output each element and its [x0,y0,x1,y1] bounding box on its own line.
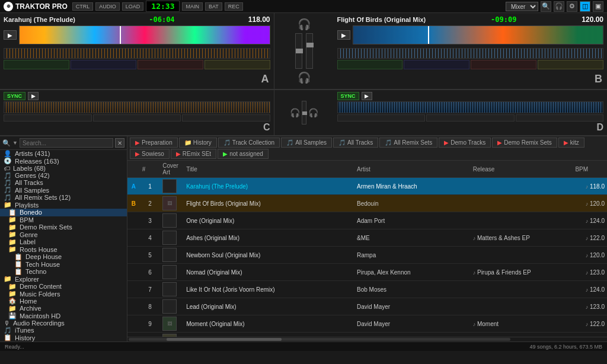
col-header-release[interactable]: Release [471,161,573,178]
view-icon-btn[interactable]: ◫ [580,1,590,12]
audio-button[interactable]: AUDIO [95,2,120,11]
track-table-container[interactable]: # Cover Art Title Artist Release BPM A 1… [127,161,607,337]
sidebar-item-artists[interactable]: 👤 Artists (431) [0,150,127,157]
rec-button[interactable]: REC [225,2,243,11]
row-number: 9 [140,315,161,333]
col-header-bpm[interactable]: BPM [573,161,607,178]
row-release [471,212,573,229]
sidebar-label-artists: Artists (431) [15,150,50,157]
row-title: Nomad (Original Mix) [184,264,354,281]
table-row[interactable]: A 1 Karahunj (The Prelude) Armen Miran &… [127,178,607,195]
tab-track-collection[interactable]: 🎵 Track Collection [218,138,280,148]
sidebar-item-itunes[interactable]: 🎵 iTunes [0,327,127,334]
sidebar-item-label[interactable]: 📁 Label [0,238,127,245]
sidebar-item-techno[interactable]: 📋 Techno [0,268,127,275]
sidebar-item-playlists[interactable]: 📁 Playlists [0,202,127,209]
sidebar-item-deep-house[interactable]: 📋 Deep House [0,253,127,260]
sidebar-item-all-remix-sets[interactable]: 🎵 All Remix Sets (12) [0,194,127,201]
layout-icon-btn[interactable]: ▣ [593,1,603,12]
mixer-select[interactable]: Mixer [506,2,538,11]
table-row[interactable]: 6 Nomad (Original Mix) Pirupa, Alex Kenn… [127,264,607,281]
sidebar-close-btn[interactable]: ✕ [115,138,124,148]
search-icon-btn[interactable]: 🔍 [541,1,551,12]
deck-b-waveform[interactable] [353,25,604,44]
deck-d-play[interactable]: ▶ [362,92,372,100]
load-button[interactable]: LOAD [122,2,144,11]
row-number: 1 [140,178,161,195]
deck-b-play[interactable]: ▶ [337,30,350,40]
table-row[interactable]: 9 🖼 Moment (Original Mix) David Mayer ♪ … [127,315,607,333]
col-header-num[interactable]: # [140,161,161,178]
tab-all-tracks[interactable]: 🎵 All Tracks [333,138,378,148]
sidebar-item-tech-house[interactable]: 📋 Tech House [0,260,127,267]
tab-sowieso[interactable]: ▶ Sowieso [130,149,170,159]
row-cover-art [160,247,184,264]
deck-c-play[interactable]: ▶ [28,92,39,100]
mini-headphone-right[interactable]: 🎧 [308,108,318,117]
col-header-title[interactable]: Title [184,161,354,178]
mini-headphone-left[interactable]: 🎧 [290,108,300,117]
table-row[interactable]: 3 One (Original Mix) Adam Port ♪ 124.0 [127,212,607,229]
deck-d-sync[interactable]: SYNC [337,92,359,100]
sidebar-item-audio-recordings[interactable]: 🎙 Audio Recordings [0,320,127,327]
table-row[interactable]: 7 Like It Or Not (Joris Voorn Remix) Bob… [127,281,607,298]
tab-remix-set[interactable]: ▶ REmix SEt [171,149,216,159]
crossfader[interactable] [302,101,306,124]
sidebar-label-labels: Labels (68) [13,165,46,172]
deck-d-waveform[interactable] [337,101,604,113]
table-row[interactable]: 5 Newborn Soul (Original Mix) Rampa ♪ 12… [127,247,607,264]
main-button[interactable]: MAIN [182,2,203,11]
settings-icon-btn[interactable]: ⚙ [567,1,577,12]
headphone-right[interactable]: 🎧 [298,71,311,84]
tab-preparation[interactable]: ▶ Preparation [130,138,178,148]
sidebar-item-all-tracks[interactable]: 🎵 All Tracks [0,179,127,186]
tab-history[interactable]: 📁 History [179,138,217,148]
sidebar-item-macintosh-hd[interactable]: 💾 Macintosh HD [0,312,127,320]
headphone-left[interactable]: 🎧 [298,18,311,31]
search-input[interactable] [20,138,113,148]
bat-button[interactable]: BAT [205,2,222,11]
sidebar-item-archive[interactable]: 📁 Archive [0,305,127,312]
sidebar-item-bonedo[interactable]: 📋 Bonedo [0,209,127,216]
tab-not-assigned[interactable]: ▶ not assigned [218,149,269,159]
tab-all-remix-sets[interactable]: 🎵 All Remix Sets [379,138,437,148]
genres-icon: 🎵 [4,172,12,179]
horizontal-scrollbar[interactable] [127,337,607,341]
sidebar-item-home[interactable]: 🏠 Home [0,298,127,305]
col-header-artist[interactable]: Artist [354,161,471,178]
fader-left[interactable] [295,33,302,69]
all-tracks-icon: 🎵 [4,179,12,186]
sidebar-item-music-folders[interactable]: 📁 Music Folders [0,290,127,297]
headphone-icon-btn[interactable]: 🎧 [554,1,564,12]
table-row[interactable]: 4 Ashes (Original Mix) &ME ♪ Matters & A… [127,229,607,247]
deck-a-waveform[interactable] [19,25,270,44]
table-row[interactable]: B 2 🖼 Flight Of Birds (Original Mix) Bed… [127,195,607,212]
demo-remix-tab-icon: ▶ [497,139,502,146]
ctrl-button[interactable]: CTRL [72,2,94,11]
deck-a-letter: A [261,73,269,85]
sidebar-item-releases[interactable]: 💿 Releases (163) [0,157,127,164]
sidebar-item-explorer[interactable]: 📁 Explorer [0,275,127,282]
sidebar-item-all-samples[interactable]: 🎵 All Samples [0,187,127,194]
sidebar-item-genre[interactable]: 📁 Genre [0,231,127,238]
releases-icon: 💿 [4,157,12,164]
deck-c-sync[interactable]: SYNC [4,92,25,100]
deck-b: Flight Of Birds (Original Mix) -09:09 12… [334,13,608,89]
deck-a-play[interactable]: ▶ [4,30,17,40]
sidebar-item-roots-house[interactable]: 📁 Roots House [0,245,127,253]
tab-demo-tracks[interactable]: ▶ Demo Tracks [439,138,491,148]
sidebar-item-labels[interactable]: 🏷 Labels (68) [0,165,127,172]
sidebar-item-demo-content[interactable]: 📁 Demo Content [0,283,127,290]
tab-demo-remix-sets[interactable]: ▶ Demo Remix Sets [492,138,557,148]
sidebar-item-bpm[interactable]: 📁 BPM [0,216,127,223]
table-row[interactable]: 8 Lead (Original Mix) David Mayer ♪ 123.… [127,298,607,315]
sidebar-item-demo-remix[interactable]: 📁 Demo Remix Sets [0,223,127,231]
tab-kitz[interactable]: ▶ kitz [558,138,584,148]
sidebar-item-history[interactable]: 📋 History [0,334,127,341]
fader-right[interactable] [306,33,313,69]
deck-c-waveform[interactable] [4,101,270,113]
preparation-tab-icon: ▶ [135,139,140,146]
table-row[interactable]: 10 🖼 Habla Con Ella (Original Mix) SIS ♪… [127,333,607,337]
sidebar-item-genres[interactable]: 🎵 Genres (42) [0,172,127,179]
tab-all-samples[interactable]: 🎵 All Samples [281,138,332,148]
